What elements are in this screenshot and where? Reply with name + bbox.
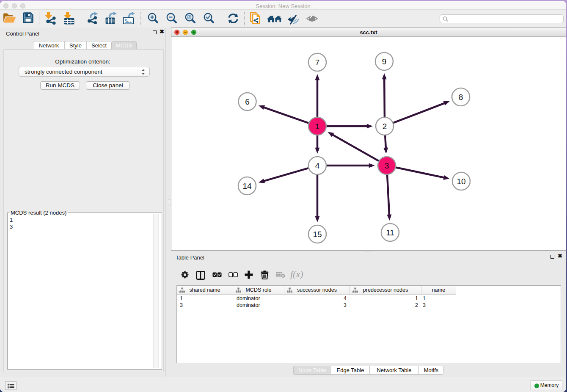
svg-text:10: 10: [457, 177, 465, 186]
svg-text:2: 2: [383, 122, 387, 131]
svg-text:11: 11: [386, 228, 394, 237]
svg-text:1: 1: [315, 122, 320, 131]
svg-text:14: 14: [242, 182, 252, 190]
svg-text:7: 7: [315, 58, 320, 67]
svg-text:3: 3: [385, 161, 389, 170]
svg-text:4: 4: [315, 161, 320, 170]
svg-text:8: 8: [459, 93, 463, 102]
svg-text:6: 6: [245, 97, 250, 106]
svg-text:9: 9: [382, 57, 387, 66]
svg-text:15: 15: [313, 230, 322, 239]
